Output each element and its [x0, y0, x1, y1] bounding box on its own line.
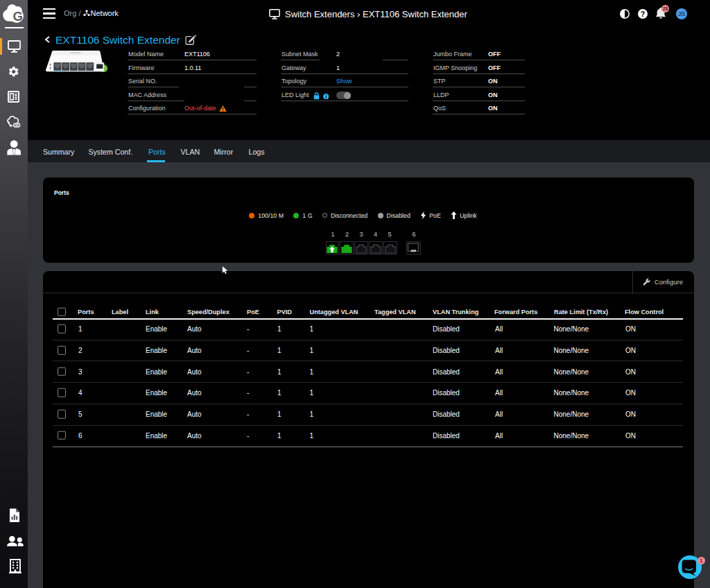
- svg-text:G: G: [13, 9, 23, 24]
